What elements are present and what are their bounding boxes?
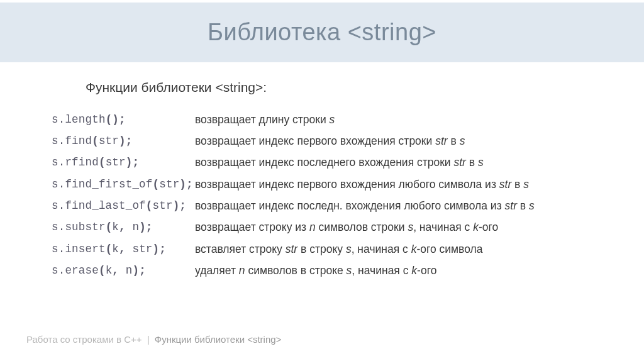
- table-row: s.erase(k, n);удаляет n символов в строк…: [52, 260, 535, 282]
- table-row: s.insert(k, str);вставляет строку str в …: [52, 238, 535, 260]
- desc-cell: возвращает длину строки s: [195, 109, 535, 130]
- code-cell: s.rfind(str);: [52, 152, 195, 174]
- footer-part2: Функции библиотеки <string>: [155, 334, 282, 345]
- table-row: s.find(str);возвращает индекс первого вх…: [52, 130, 535, 152]
- code-cell: s.find(str);: [52, 130, 195, 152]
- footer-part1: Работа со строками в C++: [26, 334, 142, 345]
- table-row: s.find_first_of(str);возвращает индекс п…: [52, 174, 535, 195]
- subtitle: Функции библиотеки <string>:: [86, 80, 644, 95]
- code-cell: s.length();: [52, 109, 195, 130]
- desc-cell: возвращает строку из n символов строки s…: [195, 217, 535, 238]
- code-cell: s.erase(k, n);: [52, 260, 195, 282]
- page-title: Библиотека <string>: [208, 19, 436, 46]
- desc-cell: возвращает индекс первого вхождения стро…: [195, 130, 535, 152]
- functions-table: s.length();возвращает длину строки ss.fi…: [52, 109, 535, 282]
- desc-cell: удаляет n символов в строке s, начиная с…: [195, 260, 535, 282]
- footer-separator: |: [147, 334, 150, 345]
- code-cell: s.insert(k, str);: [52, 238, 195, 260]
- desc-cell: вставляет строку str в строку s, начиная…: [195, 238, 535, 260]
- desc-cell: возвращает индекс последнего вхождения с…: [195, 152, 535, 174]
- code-cell: s.find_first_of(str);: [52, 174, 195, 195]
- code-cell: s.find_last_of(str);: [52, 196, 195, 217]
- title-band: Библиотека <string>: [0, 3, 644, 62]
- desc-cell: возвращает индекс последн. вхождения люб…: [195, 196, 535, 217]
- table-row: s.length();возвращает длину строки s: [52, 109, 535, 130]
- table-row: s.rfind(str);возвращает индекс последнег…: [52, 152, 535, 174]
- code-cell: s.substr(k, n);: [52, 217, 195, 238]
- table-row: s.find_last_of(str);возвращает индекс по…: [52, 196, 535, 217]
- table-row: s.substr(k, n);возвращает строку из n си…: [52, 217, 535, 238]
- footer: Работа со строками в C++ | Функции библи…: [26, 334, 281, 345]
- desc-cell: возвращает индекс первого вхождения любо…: [195, 174, 535, 195]
